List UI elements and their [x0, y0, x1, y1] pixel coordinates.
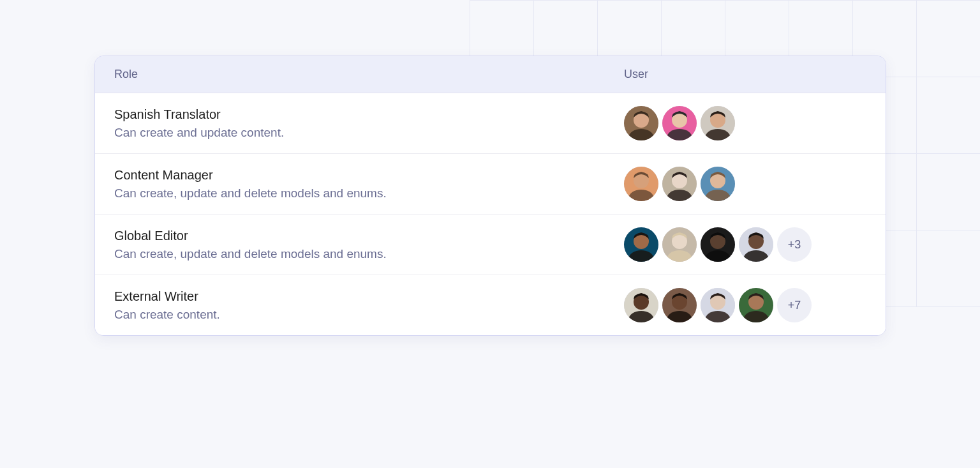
role-description: Can create and update content. [114, 126, 624, 140]
avatar[interactable] [624, 106, 658, 140]
avatar[interactable] [624, 227, 658, 262]
role-cell: Global EditorCan create, update and dele… [114, 229, 624, 261]
user-cell [624, 106, 866, 140]
avatar-more-badge[interactable]: +7 [777, 288, 812, 322]
user-cell: +3 [624, 227, 866, 262]
avatar-group [624, 167, 866, 201]
col-header-role: Role [114, 68, 138, 80]
avatar[interactable] [624, 288, 658, 322]
table-header: Role User [95, 56, 886, 93]
role-title: Content Manager [114, 168, 624, 183]
role-description: Can create content. [114, 308, 624, 322]
avatar[interactable] [662, 167, 697, 201]
role-title: Spanish Translator [114, 107, 624, 122]
roles-card: Role User Spanish TranslatorCan create a… [94, 56, 886, 336]
avatar-group: +3 [624, 227, 866, 262]
col-header-user: User [624, 68, 648, 80]
role-title: Global Editor [114, 229, 624, 243]
user-cell [624, 167, 866, 201]
table-row[interactable]: External WriterCan create content. +7 [95, 275, 886, 335]
avatar[interactable] [739, 227, 773, 262]
role-title: External Writer [114, 289, 624, 304]
avatar-more-badge[interactable]: +3 [777, 227, 812, 262]
role-cell: External WriterCan create content. [114, 289, 624, 322]
table-row[interactable]: Global EditorCan create, update and dele… [95, 215, 886, 275]
avatar[interactable] [662, 227, 697, 262]
avatar[interactable] [662, 288, 697, 322]
table-body: Spanish TranslatorCan create and update … [95, 93, 886, 335]
role-description: Can create, update and delete models and… [114, 247, 624, 261]
avatar[interactable] [701, 106, 735, 140]
role-description: Can create, update and delete models and… [114, 186, 624, 200]
avatar[interactable] [662, 106, 697, 140]
avatar[interactable] [701, 288, 735, 322]
avatar[interactable] [624, 167, 658, 201]
avatar[interactable] [739, 288, 773, 322]
table-row[interactable]: Spanish TranslatorCan create and update … [95, 93, 886, 154]
user-cell: +7 [624, 288, 866, 322]
table-row[interactable]: Content ManagerCan create, update and de… [95, 154, 886, 215]
role-cell: Content ManagerCan create, update and de… [114, 168, 624, 200]
avatar-group: +7 [624, 288, 866, 322]
avatar-group [624, 106, 866, 140]
role-cell: Spanish TranslatorCan create and update … [114, 107, 624, 140]
avatar[interactable] [701, 227, 735, 262]
avatar[interactable] [701, 167, 735, 201]
